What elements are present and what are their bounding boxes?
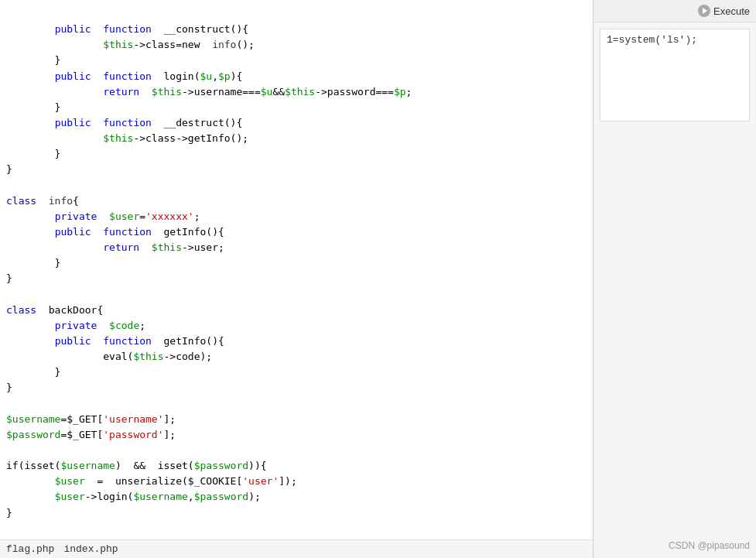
code-block: public function __construct(){ $this->cl…	[0, 6, 593, 552]
result-box: 1=system('ls');	[600, 29, 750, 122]
execute-label: Execute	[713, 5, 750, 17]
result-text: 1=system('ls');	[607, 34, 697, 46]
code-panel[interactable]: public function __construct(){ $this->cl…	[0, 0, 594, 558]
play-icon	[698, 5, 710, 17]
execute-button[interactable]: Execute	[698, 5, 750, 17]
execute-bar: Execute	[594, 0, 756, 22]
tab-index[interactable]: index.php	[63, 543, 118, 555]
tab-flag[interactable]: flag.php	[6, 543, 54, 555]
right-panel: Execute 1=system('ls'); CSDN @pipasound	[594, 0, 756, 558]
brand-label: CSDN @pipasound	[669, 540, 750, 551]
footer-bar: flag.php index.php	[0, 539, 593, 558]
footer-tabs: flag.php index.php	[6, 543, 118, 555]
